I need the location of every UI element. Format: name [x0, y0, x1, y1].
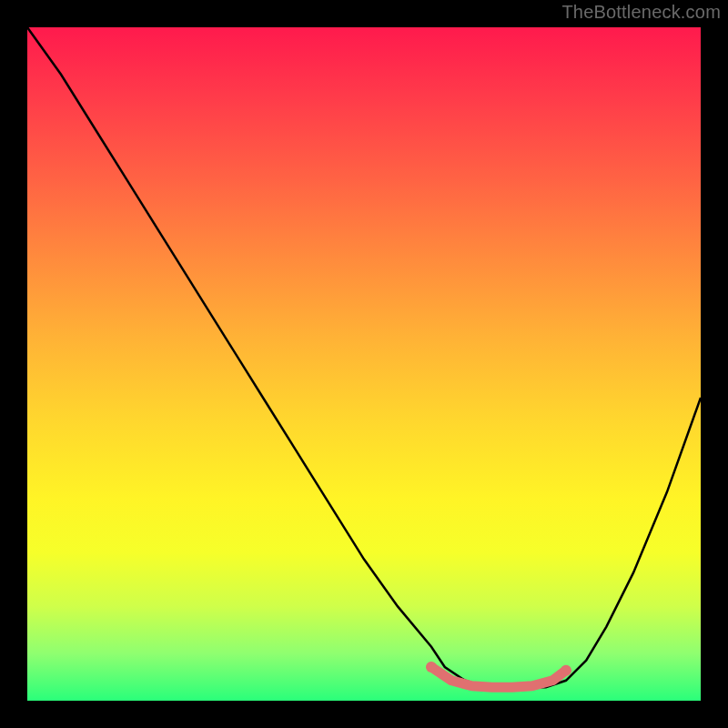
- chart-frame: TheBottleneck.com: [0, 0, 728, 728]
- chart-gradient-plot: [27, 27, 701, 701]
- optimum-end-dot: [561, 665, 571, 676]
- chart-svg-layer: [27, 27, 701, 701]
- bottleneck-curve: [27, 27, 701, 687]
- optimum-highlight-segment: [431, 667, 566, 687]
- optimum-start-dot: [426, 662, 437, 672]
- watermark-text: TheBottleneck.com: [561, 2, 721, 23]
